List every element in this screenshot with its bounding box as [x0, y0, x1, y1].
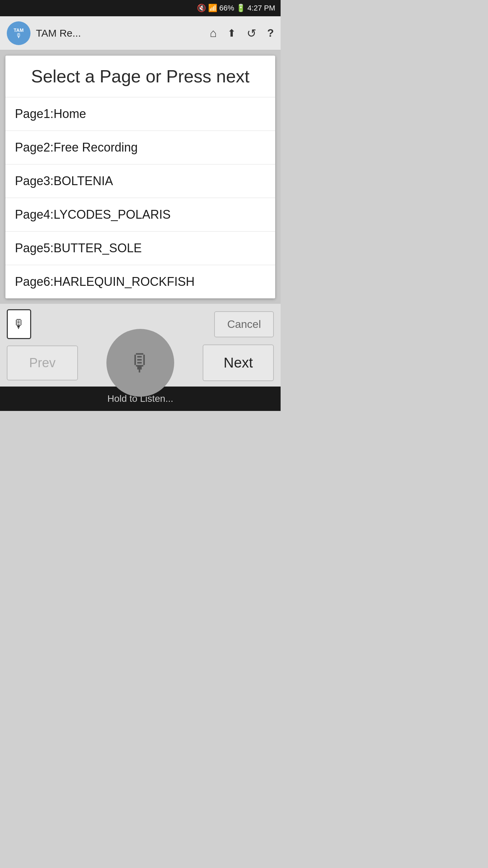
cancel-button[interactable]: Cancel [214, 311, 274, 337]
dialog-title: Select a Page or Press next [5, 56, 275, 97]
time-display: 4:27 PM [247, 4, 275, 13]
mic-box-icon: 🎙 [13, 317, 25, 331]
logo-mic-icon: 🎙 [16, 33, 22, 39]
logo-tam-text: TAM [14, 28, 23, 33]
mic-box-button[interactable]: 🎙 [7, 309, 31, 339]
battery-percent: 66% [219, 4, 234, 13]
signal-icon: 📶 [208, 4, 217, 13]
next-button[interactable]: Next [203, 344, 274, 381]
list-item[interactable]: Page1:Home [5, 97, 275, 131]
dialog-card: Select a Page or Press next Page1:Home P… [5, 56, 275, 298]
prev-button[interactable]: Prev [7, 346, 78, 380]
app-bar: TAM 🎙 TAM Re... ⌂ ⬆ ↺ ? [0, 16, 281, 50]
bottom-section: 🎙 Cancel Prev 🎙 Next Hold to Listen... [0, 304, 281, 411]
page-list: Page1:Home Page2:Free Recording Page3:BO… [5, 97, 275, 298]
list-item[interactable]: Page4:LYCODES_POLARIS [5, 198, 275, 231]
mic-circle-button[interactable]: 🎙 [106, 329, 174, 397]
app-title: TAM Re... [36, 27, 204, 39]
status-bar: 🔇 📶 66% 🔋 4:27 PM [0, 0, 281, 16]
refresh-icon[interactable]: ↺ [247, 26, 256, 40]
status-icons: 🔇 📶 66% 🔋 4:27 PM [197, 4, 275, 13]
list-item[interactable]: Page5:BUTTER_SOLE [5, 231, 275, 265]
list-item-partial[interactable]: Page6:HARLEQUIN_ROCKFISH [5, 265, 275, 298]
home-icon[interactable]: ⌂ [210, 26, 217, 40]
mic-circle-icon: 🎙 [128, 349, 152, 376]
app-bar-actions: ⌂ ⬆ ↺ ? [210, 26, 274, 40]
app-logo: TAM 🎙 [7, 21, 30, 45]
list-item[interactable]: Page2:Free Recording [5, 131, 275, 164]
list-item[interactable]: Page3:BOLTENIA [5, 164, 275, 198]
bottom-area: 🎙 Cancel Prev 🎙 Next [0, 304, 281, 387]
main-content: Select a Page or Press next Page1:Home P… [0, 50, 281, 304]
bottom-row2: Prev 🎙 Next [7, 344, 274, 381]
upload-icon[interactable]: ⬆ [227, 27, 236, 39]
help-icon[interactable]: ? [267, 27, 274, 39]
mute-icon: 🔇 [197, 4, 206, 13]
battery-icon: 🔋 [236, 4, 245, 13]
